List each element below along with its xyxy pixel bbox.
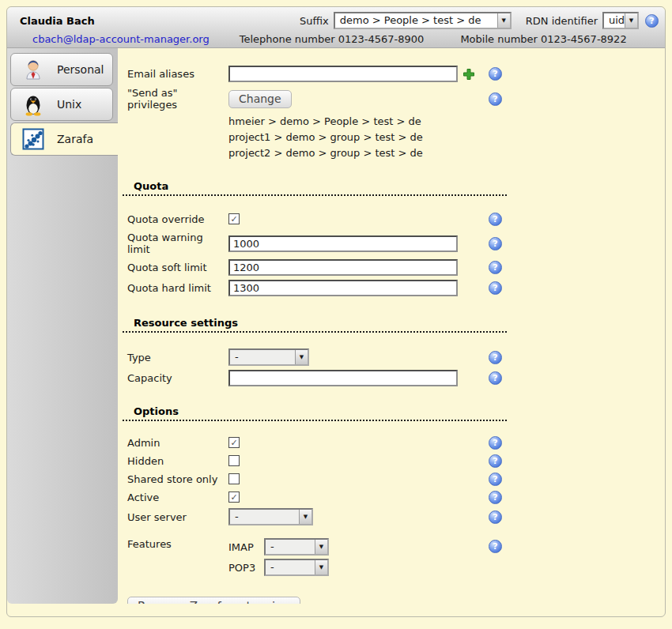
section-title-quota: Quota xyxy=(123,180,507,196)
help-icon[interactable]: ? xyxy=(489,436,502,450)
add-icon[interactable] xyxy=(462,68,475,81)
tab-zarafa[interactable]: Zarafa xyxy=(10,122,118,156)
section-title-resource-settings: Resource settings xyxy=(123,317,507,333)
account-email-link[interactable]: cbach@ldap-account-manager.org xyxy=(32,33,210,45)
account-editor-window: Claudia Bach Suffix demo > People > test… xyxy=(6,6,666,617)
user-server-select[interactable]: - ▼ xyxy=(228,508,313,525)
hidden-label: Hidden xyxy=(127,455,228,467)
type-select-value: - xyxy=(230,350,295,364)
suffix-select[interactable]: demo > People > test > de ▼ xyxy=(334,12,512,29)
account-name: Claudia Bach xyxy=(20,15,95,27)
suffix-label: Suffix xyxy=(300,15,329,27)
capacity-input[interactable] xyxy=(228,370,458,386)
titlebar: Claudia Bach Suffix demo > People > test… xyxy=(7,7,665,48)
help-icon[interactable]: ? xyxy=(489,371,502,385)
tux-penguin-icon xyxy=(21,92,46,117)
quota-override-label: Quota override xyxy=(127,213,228,225)
tab-personal-label: Personal xyxy=(57,63,104,76)
send-as-label: "Send as" privileges xyxy=(127,87,228,111)
type-select[interactable]: - ▼ xyxy=(228,348,309,366)
admin-checkbox[interactable]: ✓ xyxy=(228,437,240,448)
help-icon[interactable]: ? xyxy=(489,510,502,524)
type-label: Type xyxy=(127,352,228,363)
quota-soft-input[interactable] xyxy=(228,259,458,276)
remove-zarafa-extension-button[interactable]: Remove Zarafa extension xyxy=(127,597,300,604)
quota-hard-label: Quota hard limit xyxy=(127,282,228,294)
user-server-label: User server xyxy=(127,511,228,523)
help-icon[interactable]: ? xyxy=(645,14,659,28)
help-icon[interactable]: ? xyxy=(489,473,502,486)
send-as-entries: hmeier > demo > People > test > de proje… xyxy=(228,114,666,161)
capacity-label: Capacity xyxy=(127,372,228,384)
chevron-down-icon: ▼ xyxy=(299,510,311,524)
quota-override-checkbox[interactable]: ✓ xyxy=(228,213,240,224)
suffix-select-value: demo > People > test > de xyxy=(335,13,497,28)
zarafa-icon xyxy=(21,126,46,152)
quota-warning-label: Quota warning limit xyxy=(127,232,228,255)
rdn-identifier-select[interactable]: uid ▼ xyxy=(602,12,639,29)
chevron-down-icon: ▼ xyxy=(625,13,637,28)
imap-label: IMAP xyxy=(228,541,264,553)
shared-store-only-label: Shared store only xyxy=(127,473,228,485)
email-aliases-label: Email aliases xyxy=(127,68,228,80)
user-server-select-value: - xyxy=(230,510,299,524)
send-as-entry: hmeier > demo > People > test > de xyxy=(228,114,666,130)
rdn-select-value: uid xyxy=(604,13,625,28)
help-icon[interactable]: ? xyxy=(489,491,502,504)
send-as-entry: project1 > demo > group > test > de xyxy=(228,130,666,145)
chevron-down-icon: ▼ xyxy=(295,350,308,364)
quota-warning-input[interactable] xyxy=(228,235,458,252)
mobile-number: Mobile number 0123-4567-8922 xyxy=(460,33,626,45)
help-icon[interactable]: ? xyxy=(489,67,502,81)
pop3-label: POP3 xyxy=(228,562,264,574)
active-checkbox[interactable]: ✓ xyxy=(228,492,240,503)
features-label: Features xyxy=(127,538,228,550)
help-icon[interactable]: ? xyxy=(489,92,502,106)
help-icon[interactable]: ? xyxy=(489,351,502,364)
pop3-select-value: - xyxy=(266,560,315,574)
hidden-checkbox[interactable]: ✓ xyxy=(228,455,240,466)
chevron-down-icon: ▼ xyxy=(315,540,327,554)
imap-select[interactable]: - ▼ xyxy=(264,538,329,556)
help-icon[interactable]: ? xyxy=(489,237,502,250)
section-title-options: Options xyxy=(123,405,507,421)
change-send-as-button[interactable]: Change xyxy=(228,90,292,108)
send-as-entry: project2 > demo > group > test > de xyxy=(228,145,666,161)
help-icon[interactable]: ? xyxy=(489,454,502,468)
imap-select-value: - xyxy=(266,540,315,554)
rdn-identifier-label: RDN identifier xyxy=(526,15,598,27)
admin-label: Admin xyxy=(127,437,228,449)
zarafa-form: Email aliases ? "Send as" privileges Cha… xyxy=(118,48,666,604)
help-icon[interactable]: ? xyxy=(489,281,502,295)
tab-unix-label: Unix xyxy=(57,98,81,111)
person-icon xyxy=(21,57,46,82)
chevron-down-icon: ▼ xyxy=(315,560,327,574)
pop3-select[interactable]: - ▼ xyxy=(264,559,329,576)
telephone-number: Telephone number 0123-4567-8900 xyxy=(240,33,425,45)
quota-hard-input[interactable] xyxy=(228,280,458,296)
shared-store-only-checkbox[interactable]: ✓ xyxy=(228,473,240,484)
tab-personal[interactable]: Personal xyxy=(10,53,113,86)
help-icon[interactable]: ? xyxy=(489,261,502,274)
tab-zarafa-label: Zarafa xyxy=(57,133,93,145)
chevron-down-icon: ▼ xyxy=(497,13,510,28)
help-icon[interactable]: ? xyxy=(489,213,502,226)
email-aliases-input[interactable] xyxy=(228,66,458,82)
module-tab-sidebar: Personal Unix xyxy=(7,48,118,604)
active-label: Active xyxy=(127,492,228,503)
tab-unix[interactable]: Unix xyxy=(10,88,113,121)
quota-soft-label: Quota soft limit xyxy=(127,262,228,273)
help-icon[interactable]: ? xyxy=(489,540,502,553)
